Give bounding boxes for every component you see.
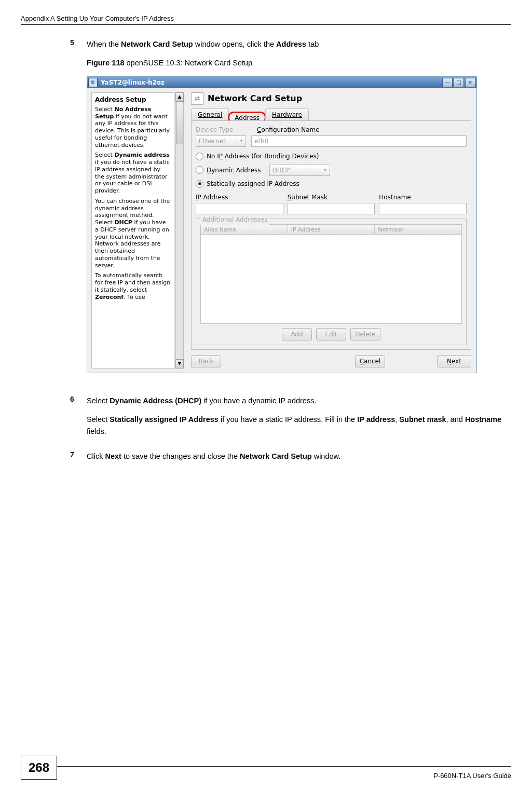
subnet-mask-label: Subnet Mask — [288, 193, 375, 202]
step-6-line1: Select Dynamic Address (DHCP) if you hav… — [87, 395, 509, 406]
page-footer: 268 P-660N-T1A User's Guide — [21, 766, 511, 780]
subnet-mask-field[interactable] — [288, 203, 375, 214]
main-pane: ⇄ Network Card Setup General Address — [186, 88, 476, 373]
hostname-label: Hostname — [379, 193, 467, 202]
s6-l2-b3: Subnet mask — [399, 415, 446, 424]
minimize-button[interactable]: — — [442, 78, 453, 87]
tab-general[interactable]: General — [191, 108, 229, 121]
help-p2-pre: Select — [95, 152, 114, 158]
step-5-bold1: Network Card Setup — [121, 40, 193, 48]
step-5-text: When the Network Card Setup window opens… — [87, 38, 509, 50]
radio-static-label: Statically assigned IP Address — [207, 179, 299, 189]
device-type-label: Device Type — [196, 125, 242, 135]
help-pane: Address Setup Select No Address Setup if… — [87, 88, 186, 373]
tab-general-label: General — [198, 110, 222, 120]
s6-l2-s2: , and — [446, 415, 465, 424]
step-5-post: tab — [306, 40, 319, 48]
window-title: YaST2@linux-h2oz — [101, 78, 442, 88]
address-tab-body: Device Type CConfiguration Nameonfigurat… — [191, 120, 471, 350]
radio-icon — [196, 153, 203, 160]
dynamic-method-combo: DHCP ▾ — [269, 165, 330, 176]
config-name-label: CConfiguration Nameonfiguration Name — [257, 125, 320, 135]
scroll-up-icon[interactable]: ▲ — [175, 92, 184, 102]
radio-dynamic-label: Dynamic Address — [207, 166, 261, 175]
maximize-button[interactable]: □ — [454, 78, 464, 87]
s6-l1-pre: Select — [87, 397, 110, 405]
help-p3-post: if you have a DHCP server running on you… — [95, 219, 169, 269]
help-p4-pre: To automatically search for free IP and … — [95, 272, 170, 293]
wizard-buttons: Back Cancel Cancel Next Next — [191, 355, 471, 367]
s7-b2: Network Card Setup — [240, 452, 312, 460]
back-button: Back — [191, 355, 221, 367]
device-type-value: Ethernet — [199, 137, 237, 146]
groupbox-title: Additional Addresses — [200, 215, 269, 225]
cancel-button[interactable]: Cancel — [355, 355, 385, 367]
s6-l1-post: if you have a dynamic IP address. — [201, 397, 316, 405]
step-7-text: Click Next to save the changes and close… — [87, 451, 509, 462]
s6-l2-post: fields. — [87, 427, 106, 435]
radio-icon — [196, 166, 203, 174]
radio-selected-icon — [196, 180, 203, 188]
s7-mid: to save the changes and close the — [121, 452, 240, 460]
radio-dynamic[interactable]: Dynamic Address DHCP ▾ — [196, 165, 467, 176]
help-scrollbar[interactable]: ▲ ▼ — [175, 92, 184, 369]
s7-b1: Next — [105, 452, 121, 460]
device-type-combo: Ethernet ▾ — [196, 135, 246, 147]
hostname-field[interactable] — [379, 203, 467, 214]
help-title: Address Setup — [95, 96, 171, 104]
tabs: General Address Hardware — [191, 108, 471, 121]
help-text: Address Setup Select No Address Setup if… — [91, 92, 174, 369]
close-button[interactable]: × — [465, 78, 475, 87]
scroll-down-icon[interactable]: ▼ — [175, 359, 184, 369]
figure-label-post: openSUSE 10.3: Network Card Setup — [125, 59, 253, 67]
figure-label: Figure 118 openSUSE 10.3: Network Card S… — [87, 57, 509, 69]
radio-no-ip-label: No IP Address (for Bonding Devices) — [207, 152, 319, 161]
help-p2-post: if you do not have a static IP address a… — [95, 159, 170, 194]
col-netmask: Netmask — [375, 225, 461, 234]
guide-name: P-660N-T1A User's Guide — [433, 772, 511, 780]
titlebar[interactable]: ⚙ YaST2@linux-h2oz — □ × — [87, 77, 476, 88]
config-name-value: eth0 — [254, 137, 268, 146]
ip-address-field[interactable] — [196, 203, 283, 214]
step-5-num: 5 — [70, 38, 87, 389]
figure-label-pre: Figure 118 — [87, 59, 125, 67]
config-name-field: eth0 — [251, 135, 467, 147]
help-p1-pre: Select — [95, 106, 114, 113]
addresses-list-body[interactable] — [200, 235, 462, 324]
network-card-icon: ⇄ — [191, 92, 203, 105]
s6-l2-b1: Statically assigned IP Address — [110, 415, 219, 424]
radio-no-ip[interactable]: No IP Address (for Bonding Devices) No I… — [196, 152, 467, 161]
step-5-pre: When the — [87, 40, 121, 48]
ip-address-label: IP Address — [196, 193, 283, 202]
chevron-down-icon: ▾ — [321, 165, 330, 175]
pane-title-text: Network Card Setup — [208, 92, 302, 105]
page-number: 268 — [21, 756, 57, 780]
additional-addresses-group: Additional Addresses Alias Name IP Addre… — [196, 219, 467, 345]
add-button: Add — [282, 328, 312, 340]
pane-title: ⇄ Network Card Setup — [191, 92, 471, 105]
scroll-track[interactable] — [175, 102, 184, 359]
s6-l2-mid: if you have a static IP address. Fill in… — [219, 415, 357, 424]
radio-static[interactable]: Statically assigned IP Address — [196, 179, 467, 189]
tab-hardware-label: Hardware — [272, 110, 302, 120]
dynamic-method-value: DHCP — [272, 166, 321, 175]
next-button[interactable]: Next — [437, 355, 471, 367]
help-p4-post: . To use — [124, 294, 145, 301]
s7-pre: Click — [87, 452, 105, 460]
step-6-num: 6 — [70, 395, 87, 444]
s7-post: window. — [312, 452, 341, 460]
delete-button: Delete — [350, 328, 380, 340]
scroll-thumb[interactable] — [176, 102, 183, 144]
help-p3-bold: DHCP — [114, 219, 132, 226]
yast-icon: ⚙ — [88, 78, 98, 87]
help-p4-bold: Zeroconf — [95, 294, 124, 301]
s6-l2-b4: Hostname — [465, 415, 501, 424]
chevron-down-icon: ▾ — [237, 136, 245, 146]
appendix-header: Appendix A Setting Up Your Computer's IP… — [21, 15, 511, 25]
step-5-bold2: Address — [276, 40, 306, 48]
col-alias: Alias Name — [201, 225, 288, 234]
step-5-mid: window opens, click the — [193, 40, 276, 48]
tab-hardware[interactable]: Hardware — [265, 108, 309, 121]
screenshot-window: ⚙ YaST2@linux-h2oz — □ × Address Setup — [87, 76, 477, 373]
s6-l2-pre: Select — [87, 415, 110, 424]
